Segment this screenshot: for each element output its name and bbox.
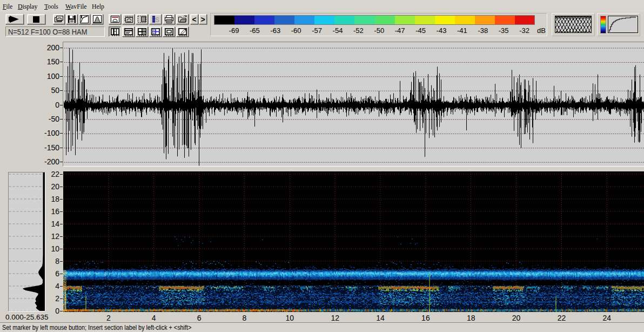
svg-text:S: S <box>155 16 159 24</box>
